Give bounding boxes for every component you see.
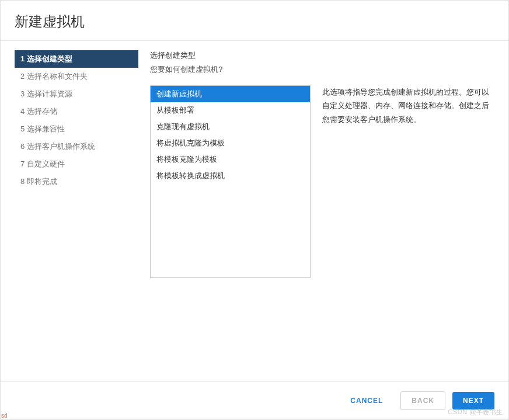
dialog-title: 新建虚拟机 bbox=[15, 12, 494, 31]
creation-type-listbox[interactable]: 创建新虚拟机从模板部署克隆现有虚拟机将虚拟机克隆为模板将模板克隆为模板将模板转换… bbox=[150, 85, 311, 278]
creation-option-3[interactable]: 将虚拟机克隆为模板 bbox=[151, 135, 310, 151]
wizard-steps-sidebar: 1 选择创建类型2 选择名称和文件夹3 选择计算资源4 选择存储5 选择兼容性6… bbox=[15, 50, 138, 381]
wizard-step-2[interactable]: 2 选择名称和文件夹 bbox=[15, 68, 138, 85]
section-title: 选择创建类型 bbox=[150, 50, 494, 61]
wizard-step-3[interactable]: 3 选择计算资源 bbox=[15, 85, 138, 103]
content-row: 创建新虚拟机从模板部署克隆现有虚拟机将虚拟机克隆为模板将模板克隆为模板将模板转换… bbox=[150, 85, 494, 278]
creation-option-2[interactable]: 克隆现有虚拟机 bbox=[151, 119, 310, 135]
cancel-button[interactable]: CANCEL bbox=[340, 392, 393, 409]
sd-label: sd bbox=[1, 412, 8, 419]
dialog-footer: CANCEL BACK NEXT bbox=[1, 381, 508, 419]
wizard-step-6[interactable]: 6 选择客户机操作系统 bbox=[15, 138, 138, 155]
option-description: 此选项将指导您完成创建新虚拟机的过程。您可以自定义处理器、内存、网络连接和存储。… bbox=[322, 85, 494, 278]
creation-option-4[interactable]: 将模板克隆为模板 bbox=[151, 151, 310, 168]
wizard-step-7[interactable]: 7 自定义硬件 bbox=[15, 155, 138, 173]
next-button[interactable]: NEXT bbox=[452, 392, 494, 409]
creation-option-1[interactable]: 从模板部署 bbox=[151, 102, 310, 119]
wizard-step-4[interactable]: 4 选择存储 bbox=[15, 103, 138, 120]
main-panel: 选择创建类型 您要如何创建虚拟机? 创建新虚拟机从模板部署克隆现有虚拟机将虚拟机… bbox=[138, 50, 494, 381]
back-button: BACK bbox=[400, 391, 445, 410]
wizard-step-8[interactable]: 8 即将完成 bbox=[15, 173, 138, 190]
section-subtitle: 您要如何创建虚拟机? bbox=[150, 64, 494, 75]
new-vm-dialog: 新建虚拟机 1 选择创建类型2 选择名称和文件夹3 选择计算资源4 选择存储5 … bbox=[0, 0, 509, 420]
watermark-text: CSDN @半卷书生 bbox=[448, 408, 503, 416]
wizard-step-1[interactable]: 1 选择创建类型 bbox=[15, 50, 138, 68]
wizard-step-5[interactable]: 5 选择兼容性 bbox=[15, 120, 138, 138]
creation-option-5[interactable]: 将模板转换成虚拟机 bbox=[151, 168, 310, 184]
dialog-body: 1 选择创建类型2 选择名称和文件夹3 选择计算资源4 选择存储5 选择兼容性6… bbox=[1, 41, 508, 381]
creation-option-0[interactable]: 创建新虚拟机 bbox=[151, 86, 310, 102]
dialog-header: 新建虚拟机 bbox=[1, 1, 508, 41]
